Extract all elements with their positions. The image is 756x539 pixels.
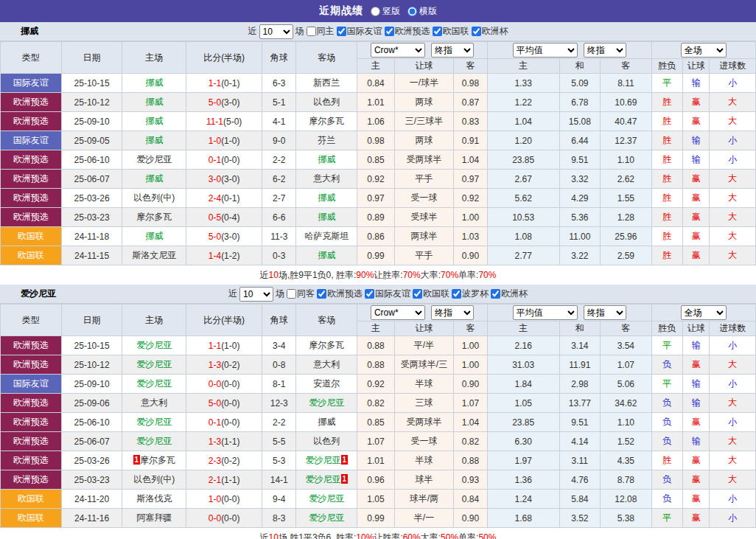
home-team: 挪威 bbox=[122, 131, 186, 150]
handicap-line: 半/一 bbox=[394, 509, 454, 528]
home-team-name: 爱沙尼亚 bbox=[136, 340, 172, 350]
match-date: 25-03-26 bbox=[61, 451, 122, 470]
match-type-badge: 欧国联 bbox=[1, 227, 62, 246]
handicap-home-odds: 1.01 bbox=[357, 451, 394, 470]
handicap-home-odds: 0.88 bbox=[357, 355, 394, 375]
handicap-home-odds: 0.99 bbox=[357, 246, 394, 265]
league-filter-checkbox[interactable] bbox=[317, 289, 326, 299]
handicap-final-select[interactable]: 终指 bbox=[431, 305, 474, 320]
handicap-final-select[interactable]: 终指 bbox=[431, 43, 474, 58]
result-winloss: 平 bbox=[651, 74, 682, 93]
avg-odds-select[interactable]: 平均值 bbox=[513, 43, 578, 58]
home-team: 爱沙尼亚 bbox=[122, 355, 186, 375]
match-date: 25-06-10 bbox=[61, 413, 122, 432]
fulltime-score: 0-5 bbox=[209, 212, 221, 223]
avg-final-select[interactable]: 终指 bbox=[584, 43, 626, 58]
match-count-select[interactable]: 10 bbox=[259, 24, 293, 39]
fulltime-score: 1-3 bbox=[209, 360, 221, 370]
league-filter-checkbox[interactable] bbox=[472, 27, 481, 36]
league-filter-checkbox[interactable] bbox=[337, 27, 346, 36]
same-venue-checkbox[interactable] bbox=[307, 27, 316, 36]
sections-container: 挪威近10场同主国际友谊欧洲预选欧国联欧洲杯类型日期主场比分(半场)角球客场Cr… bbox=[0, 22, 756, 539]
away-team-name: 以色列 bbox=[313, 97, 340, 107]
handicap-line: 半球 bbox=[394, 375, 454, 394]
fulltime-score: 5-0 bbox=[209, 398, 221, 408]
results-table: 类型日期主场比分(半场)角球客场Crow*终指平均值终指全场主让球客主和客胜负让… bbox=[0, 304, 756, 528]
column-header: 角球 bbox=[262, 305, 296, 336]
handicap-away-odds: 0.87 bbox=[454, 93, 487, 112]
match-count-select[interactable]: 10 bbox=[239, 287, 273, 302]
avg-final-select[interactable]: 终指 bbox=[584, 305, 626, 320]
home-team: 摩尔多瓦 bbox=[122, 208, 186, 227]
scope-select[interactable]: 全场 bbox=[681, 305, 727, 320]
avg-odds-select[interactable]: 平均值 bbox=[513, 305, 578, 320]
handicap-home-odds: 0.82 bbox=[357, 394, 394, 413]
avg-home-odds: 23.85 bbox=[487, 150, 559, 170]
handicap-home-odds: 0.92 bbox=[357, 375, 394, 394]
fulltime-score: 2-3 bbox=[209, 456, 221, 466]
league-filter[interactable]: 欧洲预选 bbox=[385, 25, 430, 38]
match-date: 25-06-07 bbox=[61, 432, 122, 451]
result-handicap: 赢 bbox=[683, 208, 710, 227]
layout-option-horizontal[interactable]: 横版 bbox=[407, 5, 437, 18]
same-venue-filter[interactable]: 同客 bbox=[287, 288, 315, 300]
fulltime-score: 0-1 bbox=[209, 155, 221, 165]
avg-home-odds: 1.84 bbox=[487, 375, 559, 394]
match-score: 0-0(0-0) bbox=[186, 509, 262, 528]
league-filter[interactable]: 欧洲杯 bbox=[491, 288, 528, 300]
result-winloss: 胜 bbox=[651, 170, 682, 189]
scope-select[interactable]: 全场 bbox=[681, 43, 727, 58]
league-filter-checkbox[interactable] bbox=[413, 289, 422, 299]
vertical-layout-radio[interactable] bbox=[371, 7, 380, 16]
odds-source-select[interactable]: Crow* bbox=[371, 305, 425, 320]
result-handicap: 赢 bbox=[683, 93, 710, 112]
same-venue-checkbox[interactable] bbox=[287, 289, 296, 299]
result-winloss: 负 bbox=[651, 413, 682, 432]
avg-draw-odds: 6.78 bbox=[559, 93, 600, 112]
match-score: 1-4(1-2) bbox=[186, 246, 262, 265]
odds-source-select[interactable]: Crow* bbox=[371, 43, 425, 58]
league-filter-checkbox[interactable] bbox=[452, 289, 461, 299]
result-handicap: 输 bbox=[683, 131, 710, 150]
league-filter[interactable]: 波罗杯 bbox=[452, 288, 489, 300]
column-header: 日期 bbox=[61, 305, 122, 336]
layout-option-vertical[interactable]: 竖版 bbox=[371, 5, 400, 18]
filter-near-label: 近 bbox=[228, 288, 237, 300]
match-score: 0-1(0-0) bbox=[186, 413, 262, 432]
match-score: 1-1(0-1) bbox=[186, 74, 262, 93]
fulltime-score: 1-3 bbox=[209, 437, 221, 447]
sub-column-header: 胜负 bbox=[651, 59, 682, 74]
avg-away-odds: 4.35 bbox=[601, 451, 652, 470]
avg-home-odds: 1.24 bbox=[487, 490, 559, 509]
table-row: 欧洲预选25-03-23以色列(中)2-1(1-1)14-1爱沙尼亚10.96球… bbox=[1, 470, 756, 490]
league-filter[interactable]: 欧洲预选 bbox=[317, 288, 363, 300]
league-filter-checkbox[interactable] bbox=[433, 27, 442, 36]
handicap-line: 受两球半 bbox=[394, 413, 454, 432]
league-filter[interactable]: 国际友谊 bbox=[365, 288, 410, 300]
table-row: 欧洲预选25-10-15爱沙尼亚1-1(1-0)3-4摩尔多瓦0.88平/半1.… bbox=[1, 336, 756, 355]
league-filter[interactable]: 欧洲杯 bbox=[472, 25, 508, 38]
league-filter[interactable]: 欧国联 bbox=[433, 25, 469, 38]
result-winloss: 胜 bbox=[651, 246, 682, 265]
halftime-score: (1-1) bbox=[221, 437, 239, 447]
fulltime-score: 1-4 bbox=[209, 251, 221, 261]
league-filter-checkbox[interactable] bbox=[491, 289, 500, 299]
handicap-home-odds: 0.96 bbox=[357, 470, 394, 490]
league-filter-checkbox[interactable] bbox=[385, 27, 394, 36]
avg-home-odds: 1.97 bbox=[487, 451, 559, 470]
league-filter[interactable]: 国际友谊 bbox=[337, 25, 382, 38]
handicap-home-odds: 0.86 bbox=[357, 227, 394, 246]
summary-segment: 大率: bbox=[421, 269, 441, 282]
league-filter-checkbox[interactable] bbox=[365, 289, 374, 299]
summary-segment: 50% bbox=[478, 532, 496, 539]
match-date: 25-10-15 bbox=[61, 336, 122, 355]
same-venue-filter[interactable]: 同主 bbox=[307, 25, 335, 38]
avg-draw-odds: 3.22 bbox=[559, 246, 600, 265]
result-winloss: 平 bbox=[651, 375, 682, 394]
vertical-layout-label: 竖版 bbox=[382, 5, 400, 18]
sub-column-header: 进球数 bbox=[710, 321, 756, 336]
league-filter[interactable]: 欧国联 bbox=[413, 288, 449, 300]
horizontal-layout-radio[interactable] bbox=[407, 7, 417, 16]
result-handicap: 赢 bbox=[683, 355, 710, 375]
summary-segment: 10 bbox=[269, 270, 279, 280]
